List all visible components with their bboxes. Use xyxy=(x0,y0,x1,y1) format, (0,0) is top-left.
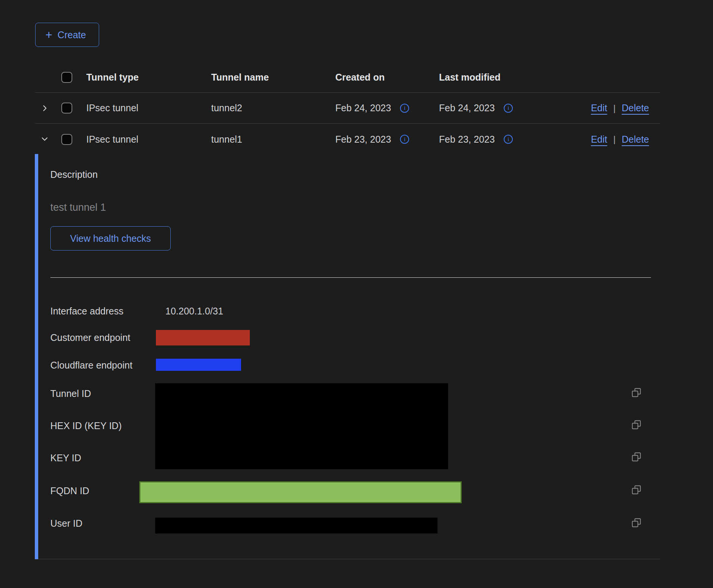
fqdn-id-redacted-value xyxy=(139,481,462,503)
tunnel-name-cell: tunnel2 xyxy=(211,103,335,114)
copy-icon xyxy=(631,485,641,495)
copy-icon xyxy=(631,387,641,398)
info-icon[interactable]: i xyxy=(400,104,409,113)
cloudflare-endpoint-label: Cloudflare endpoint xyxy=(50,359,132,371)
delete-link[interactable]: Delete xyxy=(622,134,649,145)
col-header-tunnel-name: Tunnel name xyxy=(211,72,335,83)
info-icon[interactable]: i xyxy=(504,104,513,113)
tunnel-type-cell: IPsec tunnel xyxy=(86,103,211,114)
copy-fqdn-id-button[interactable] xyxy=(631,485,641,495)
interface-address-label: Interface address xyxy=(50,305,123,317)
select-all-checkbox[interactable] xyxy=(61,72,72,83)
copy-icon xyxy=(631,452,641,462)
user-id-redacted-value xyxy=(155,518,437,534)
create-button[interactable]: + Create xyxy=(35,23,99,47)
interface-address-value: 10.200.1.0/31 xyxy=(165,305,223,317)
copy-icon xyxy=(631,518,641,528)
ids-redacted-value xyxy=(155,383,448,469)
created-on-cell: Feb 24, 2023 xyxy=(335,103,391,114)
section-divider xyxy=(50,277,651,278)
description-value: test tunnel 1 xyxy=(50,202,106,213)
col-header-created-on: Created on xyxy=(335,72,439,83)
expanded-row-accent-bar xyxy=(35,154,38,559)
edit-link[interactable]: Edit xyxy=(591,103,607,114)
view-health-checks-button[interactable]: View health checks xyxy=(50,226,171,250)
col-header-tunnel-type: Tunnel type xyxy=(86,72,211,83)
last-modified-cell: Feb 24, 2023 xyxy=(439,103,495,114)
copy-tunnel-id-button[interactable] xyxy=(631,387,641,398)
copy-hex-id-button[interactable] xyxy=(631,420,641,430)
info-icon[interactable]: i xyxy=(504,135,513,144)
cloudflare-endpoint-redacted-value xyxy=(156,359,241,371)
col-header-last-modified: Last modified xyxy=(439,72,586,83)
table-header-row: Tunnel type Tunnel name Created on Last … xyxy=(35,57,660,93)
copy-key-id-button[interactable] xyxy=(631,452,641,462)
copy-user-id-button[interactable] xyxy=(631,518,641,528)
expand-row-button[interactable] xyxy=(40,103,50,113)
create-button-label: Create xyxy=(58,30,86,40)
tunnel-details-panel: Description test tunnel 1 View health ch… xyxy=(35,155,660,559)
last-modified-cell: Feb 23, 2023 xyxy=(439,134,495,145)
tunnel-name-cell: tunnel1 xyxy=(211,134,335,145)
description-label: Description xyxy=(50,169,98,180)
hex-id-label: HEX ID (KEY ID) xyxy=(50,420,121,431)
collapse-row-button[interactable] xyxy=(40,134,50,144)
info-icon[interactable]: i xyxy=(400,135,409,144)
user-id-label: User ID xyxy=(50,518,83,529)
delete-link[interactable]: Delete xyxy=(622,103,649,114)
action-separator: | xyxy=(613,103,616,114)
customer-endpoint-redacted-value xyxy=(156,330,250,345)
tunnel-id-label: Tunnel ID xyxy=(50,388,91,399)
tunnels-page: + Create Tunnel type Tunnel name Created… xyxy=(0,0,713,588)
copy-icon xyxy=(631,420,641,430)
table-row: IPsec tunnel tunnel1 Feb 23, 2023 i Feb … xyxy=(35,124,660,155)
key-id-label: KEY ID xyxy=(50,452,81,464)
tunnel-type-cell: IPsec tunnel xyxy=(86,134,211,145)
row-checkbox[interactable] xyxy=(61,134,72,145)
fqdn-id-label: FQDN ID xyxy=(50,485,89,496)
row-checkbox[interactable] xyxy=(61,103,72,114)
customer-endpoint-label: Customer endpoint xyxy=(50,332,130,343)
table-row: IPsec tunnel tunnel2 Feb 24, 2023 i Feb … xyxy=(35,93,660,124)
tunnels-table: Tunnel type Tunnel name Created on Last … xyxy=(35,57,660,155)
created-on-cell: Feb 23, 2023 xyxy=(335,134,391,145)
chevron-right-icon xyxy=(40,104,49,112)
action-separator: | xyxy=(613,134,616,145)
plus-icon: + xyxy=(45,29,52,41)
edit-link[interactable]: Edit xyxy=(591,134,607,145)
chevron-down-icon xyxy=(40,135,49,143)
